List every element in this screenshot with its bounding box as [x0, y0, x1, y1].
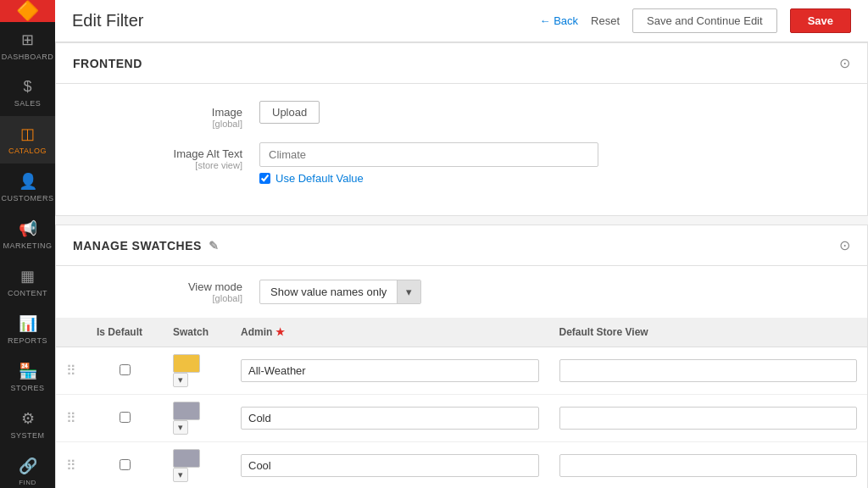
system-icon: ⚙	[21, 409, 35, 428]
swatches-table-head: Is Default Swatch Admin ★ Default Store …	[56, 318, 867, 347]
is-default-checkbox-2[interactable]	[120, 412, 131, 423]
admin-input-3[interactable]	[241, 454, 539, 477]
sidebar-item-content[interactable]: ▦ CONTENT	[0, 258, 55, 306]
sidebar-item-extensions[interactable]: 🔗 FIND PARTNERS & EXTENSIONS	[0, 448, 55, 488]
admin-cell-1	[231, 347, 549, 395]
sidebar-item-catalog[interactable]: ◫ CATALOG	[0, 116, 55, 164]
sidebar-label-marketing: MARKETING	[3, 241, 53, 250]
sidebar-label-customers: CUSTOMERS	[2, 194, 54, 202]
sidebar-label-reports: REPORTS	[8, 336, 47, 345]
sidebar-item-dashboard[interactable]: ⊞ DASHBOARD	[0, 22, 55, 69]
manage-swatches-edit-icon[interactable]: ✎	[209, 239, 220, 252]
drag-handle-2[interactable]: ⠿	[66, 411, 76, 425]
catalog-icon: ◫	[20, 125, 35, 143]
manage-swatches-title-group: Manage swatches ✎	[73, 239, 219, 252]
view-mode-label: View mode [global]	[73, 280, 259, 303]
content-icon: ▦	[20, 267, 35, 286]
view-mode-scope: [global]	[73, 293, 242, 303]
is-default-checkbox-1[interactable]	[120, 364, 131, 375]
page-title: Edit Filter	[72, 11, 143, 30]
is-default-checkbox-3[interactable]	[120, 459, 131, 470]
frontend-section-body: Image [global] Upload Image Alt Text [st…	[56, 84, 867, 215]
drag-cell-2: ⠿	[56, 395, 86, 442]
store-view-cell-1	[549, 347, 868, 395]
content-area: Frontend ⊙ Image [global] Upload	[55, 42, 868, 488]
manage-swatches-header: Manage swatches ✎ ⊙	[56, 225, 867, 266]
customers-icon: 👤	[19, 172, 37, 191]
swatches-table: Is Default Swatch Admin ★ Default Store …	[56, 318, 867, 488]
store-view-input-2[interactable]	[559, 407, 858, 430]
drag-handle-1[interactable]: ⠿	[66, 363, 76, 378]
image-form-row: Image [global] Upload	[73, 101, 850, 129]
admin-input-2[interactable]	[241, 407, 539, 430]
frontend-section-title: Frontend	[73, 57, 142, 70]
upload-button[interactable]: Upload	[259, 101, 320, 124]
swatches-table-header-row: Is Default Swatch Admin ★ Default Store …	[56, 318, 867, 347]
reset-button[interactable]: Reset	[591, 14, 620, 27]
use-default-label[interactable]: Use Default Value	[275, 172, 364, 185]
swatch-down-btn-2[interactable]: ▾	[173, 420, 188, 435]
sidebar-item-system[interactable]: ⚙ SYSTEM	[0, 401, 55, 448]
header-actions: ← Back Reset Save and Continue Edit Save	[540, 8, 851, 33]
col-store-view: Default Store View	[549, 318, 868, 347]
view-mode-value: Show value names only	[260, 280, 397, 303]
swatch-preview-1	[173, 354, 200, 373]
image-alt-label: Image Alt Text [store view]	[73, 142, 259, 170]
col-is-default: Is Default	[86, 318, 163, 347]
sidebar-label-sales: SALES	[14, 99, 42, 108]
frontend-section: Frontend ⊙ Image [global] Upload	[55, 42, 868, 216]
is-default-cell-2	[86, 395, 163, 442]
sidebar-item-stores[interactable]: 🏪 STORES	[0, 353, 55, 401]
sidebar-logo: 🔶	[0, 0, 55, 22]
is-default-cell-3	[86, 442, 163, 489]
sidebar-label-dashboard: DASHBOARD	[2, 53, 54, 61]
sidebar-label-content: CONTENT	[8, 289, 47, 297]
sidebar-item-customers[interactable]: 👤 CUSTOMERS	[0, 164, 55, 211]
use-default-checkbox[interactable]	[259, 173, 270, 184]
drag-cell-1: ⠿	[56, 347, 86, 395]
sidebar-item-reports[interactable]: 📊 REPORTS	[0, 306, 55, 353]
swatches-table-body: ⠿ ▾	[56, 347, 867, 489]
table-row: ⠿ ▾	[56, 395, 867, 442]
frontend-section-header[interactable]: Frontend ⊙	[56, 43, 867, 84]
manage-swatches-title: Manage swatches	[73, 239, 202, 252]
image-label: Image [global]	[73, 101, 259, 129]
store-view-cell-2	[549, 395, 868, 442]
store-view-input-1[interactable]	[559, 359, 858, 382]
save-button[interactable]: Save	[790, 8, 851, 33]
sidebar-item-sales[interactable]: $ SALES	[0, 69, 55, 116]
admin-input-1[interactable]	[241, 359, 539, 382]
swatch-down-btn-3[interactable]: ▾	[173, 468, 188, 482]
sidebar-label-extensions: FIND PARTNERS & EXTENSIONS	[3, 479, 52, 488]
view-mode-dropdown-arrow[interactable]: ▾	[397, 280, 420, 303]
swatch-preview-3	[173, 449, 200, 468]
swatch-cell-3: ▾	[163, 442, 231, 489]
table-row: ⠿ ▾	[56, 442, 867, 489]
sidebar-item-marketing[interactable]: 📢 MARKETING	[0, 211, 55, 258]
view-mode-select[interactable]: Show value names only ▾	[259, 280, 421, 304]
store-view-cell-3	[549, 442, 868, 489]
manage-swatches-section: Manage swatches ✎ ⊙ View mode [global] S…	[55, 225, 868, 488]
admin-cell-2	[231, 395, 549, 442]
image-scope: [global]	[73, 119, 242, 129]
image-alt-form-row: Image Alt Text [store view] Use Default …	[73, 142, 850, 185]
frontend-collapse-icon[interactable]: ⊙	[839, 55, 850, 71]
use-default-row: Use Default Value	[259, 172, 850, 185]
swatches-collapse-icon[interactable]: ⊙	[839, 237, 850, 253]
swatch-down-btn-1[interactable]: ▾	[173, 373, 188, 387]
drag-cell-3: ⠿	[56, 442, 86, 489]
marketing-icon: 📢	[19, 219, 37, 238]
image-alt-input[interactable]	[259, 142, 598, 167]
sidebar-label-stores: STORES	[11, 384, 45, 392]
save-continue-button[interactable]: Save and Continue Edit	[632, 8, 777, 33]
swatch-cell-1: ▾	[163, 347, 231, 395]
sidebar: 🔶 ⊞ DASHBOARD $ SALES ◫ CATALOG 👤 CUSTOM…	[0, 0, 55, 488]
table-row: ⠿ ▾	[56, 347, 867, 395]
store-view-input-3[interactable]	[559, 454, 858, 477]
sales-icon: $	[23, 78, 31, 96]
drag-handle-3[interactable]: ⠿	[66, 458, 76, 473]
col-swatch: Swatch	[163, 318, 231, 347]
sidebar-label-catalog: CATALOG	[8, 147, 47, 155]
back-button[interactable]: ← Back	[540, 14, 579, 27]
image-field: Upload	[259, 101, 850, 124]
